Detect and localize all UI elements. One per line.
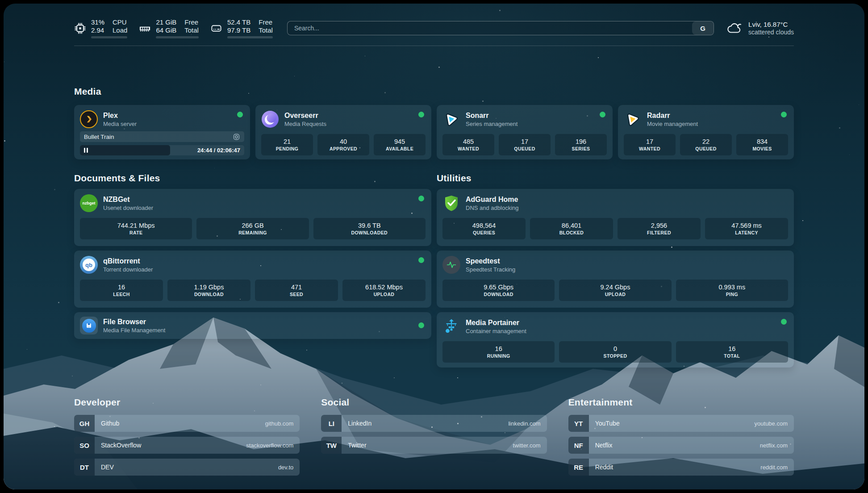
card-title: Overseerr — [284, 112, 326, 120]
bookmark-name: Reddit — [595, 464, 613, 471]
sonarr-icon — [442, 110, 460, 128]
card-speedtest[interactable]: Speedtest Speedtest Tracking 9.65 GbpsDO… — [437, 251, 794, 308]
stat-label: DOWNLOAD — [194, 292, 224, 297]
stat-value: 0.993 ms — [718, 284, 745, 291]
stat-value: 16 — [495, 345, 502, 352]
card-subtitle: Movie management — [647, 121, 698, 127]
card-title: Media Portainer — [466, 319, 526, 327]
bookmark-link[interactable]: RERedditreddit.com — [568, 459, 794, 476]
card-filebrowser[interactable]: File Browser Media File Management — [74, 312, 431, 339]
section-title-media: Media — [74, 86, 794, 97]
weather-widget: Lviv, 16.87°C scattered clouds — [726, 20, 794, 36]
stat-box: 16TOTAL — [676, 341, 788, 363]
bookmark-abbr: SO — [74, 437, 95, 454]
stat-value: 485 — [463, 138, 474, 145]
stat-box: 9.24 GbpsUPLOAD — [559, 280, 671, 301]
stat-value: 21 — [284, 138, 291, 145]
bookmark-link[interactable]: DTDEVdev.to — [74, 459, 300, 476]
stat-box: 744.21 MbpsRATE — [80, 218, 192, 239]
weather-location-temp: Lviv, 16.87°C — [748, 20, 794, 29]
card-plex[interactable]: Plex Media server Bullet Train — [74, 105, 250, 159]
section-title-utilities: Utilities — [437, 173, 794, 184]
stat-row: 485WANTED17QUEUED196SERIES — [442, 134, 607, 155]
search-input[interactable] — [288, 25, 692, 32]
nzbget-icon-text: nzbget — [83, 201, 96, 205]
bookmark-abbr: NF — [568, 437, 589, 454]
cpu-usage-value: 31% — [91, 18, 104, 26]
stat-value: 17 — [646, 138, 653, 145]
bookmark-list: LILinkedInlinkedin.comTWTwittertwitter.c… — [321, 415, 547, 454]
stat-value: 2,956 — [651, 222, 667, 229]
stat-box: 2,956FILTERED — [618, 218, 701, 239]
disk-widget: 52.4 TB 97.9 TB Free Total — [210, 18, 273, 38]
card-title: NZBGet — [103, 196, 153, 204]
stat-label: DOWNLOADED — [351, 230, 388, 235]
stat-value: 22 — [702, 138, 709, 145]
bookmark-link[interactable]: GHGithubgithub.com — [74, 415, 300, 432]
card-portainer[interactable]: Media Portainer Container management 16R… — [437, 312, 794, 368]
stat-label: RUNNING — [487, 353, 510, 359]
disk-total-value: 97.9 TB — [227, 26, 250, 34]
bookmark-link[interactable]: SOStackOverflowstackoverflow.com — [74, 437, 300, 454]
stat-box: 40APPROVED — [317, 134, 369, 155]
bookmark-link[interactable]: NFNetflixnetflix.com — [568, 437, 794, 454]
playback-time: 24:44 / 02:06:47 — [197, 147, 244, 154]
stat-label: TOTAL — [724, 353, 740, 359]
bookmark-list: YTYouTubeyoutube.comNFNetflixnetflix.com… — [568, 415, 794, 476]
stat-row: 9.65 GbpsDOWNLOAD9.24 GbpsUPLOAD0.993 ms… — [442, 280, 788, 301]
section-title-entertainment: Entertainment — [568, 397, 794, 408]
search-bar: G — [287, 21, 714, 35]
disk-total-label: Total — [259, 26, 273, 34]
cpu-progress-track — [91, 36, 127, 38]
disk-free-value: 52.4 TB — [227, 18, 250, 26]
bookmark-url: netflix.com — [760, 442, 788, 449]
status-dot — [237, 112, 243, 117]
bookmark-link[interactable]: TWTwittertwitter.com — [321, 437, 547, 454]
cpu-widget: 31% 2.94 CPU Load — [74, 18, 127, 38]
stat-label: UPLOAD — [605, 292, 626, 297]
section-title-social: Social — [321, 397, 547, 408]
stat-row: 17WANTED22QUEUED834MOVIES — [624, 134, 788, 155]
stat-label: DOWNLOAD — [484, 292, 513, 297]
search-provider-button[interactable]: G — [692, 21, 714, 35]
card-title: File Browser — [103, 318, 165, 326]
card-nzbget[interactable]: nzbget NZBGet Usenet downloader 744.21 M… — [74, 189, 431, 246]
card-title: Radarr — [647, 112, 698, 120]
memory-free-label: Free — [184, 18, 199, 26]
card-subtitle: Container management — [466, 328, 526, 334]
header-divider — [74, 46, 794, 46]
bookmark-group-developer: Developer GHGithubgithub.comSOStackOverf… — [74, 397, 300, 476]
stat-box: 945AVAILABLE — [374, 134, 426, 155]
bookmark-abbr: LI — [321, 415, 342, 432]
portainer-icon — [442, 318, 460, 335]
hard-drive-icon — [210, 22, 222, 34]
bookmark-abbr: YT — [568, 415, 589, 432]
card-subtitle: Series management — [466, 121, 517, 127]
stat-label: WANTED — [639, 146, 660, 151]
card-overseerr[interactable]: Overseerr Media Requests 21PENDING40APPR… — [255, 105, 431, 159]
playback-progress-fill — [80, 145, 170, 155]
stat-row: 498,564QUERIES86,401BLOCKED2,956FILTERED… — [442, 218, 788, 239]
card-adguard[interactable]: AdGuard Home DNS and adblocking 498,564Q… — [437, 189, 794, 246]
stat-box: 22QUEUED — [680, 134, 732, 155]
status-dot — [781, 319, 787, 325]
card-sonarr[interactable]: Sonarr Series management 485WANTED17QUEU… — [437, 105, 613, 159]
adguard-icon — [442, 194, 460, 212]
status-dot — [418, 322, 424, 328]
stat-value: 266 GB — [242, 222, 263, 229]
overseerr-icon — [261, 110, 279, 128]
bookmark-name: Twitter — [348, 442, 366, 449]
stat-label: LATENCY — [735, 230, 758, 235]
bookmark-name: StackOverflow — [101, 442, 141, 449]
stat-value: 196 — [576, 138, 586, 145]
card-radarr[interactable]: Radarr Movie management 17WANTED22QUEUED… — [618, 105, 794, 159]
card-qbittorrent[interactable]: qb qBittorrent Torrent downloader 16LEEC… — [74, 251, 431, 308]
filebrowser-icon — [80, 317, 98, 334]
gear-icon[interactable] — [233, 133, 240, 141]
stat-box: 1.19 GbpsDOWNLOAD — [167, 280, 250, 301]
memory-total-label: Total — [184, 26, 199, 34]
stat-row: 744.21 MbpsRATE266 GBREMAINING39.6 TBDOW… — [80, 218, 426, 239]
bookmark-link[interactable]: YTYouTubeyoutube.com — [568, 415, 794, 432]
cpu-chip-icon — [74, 22, 86, 34]
bookmark-link[interactable]: LILinkedInlinkedin.com — [321, 415, 547, 432]
